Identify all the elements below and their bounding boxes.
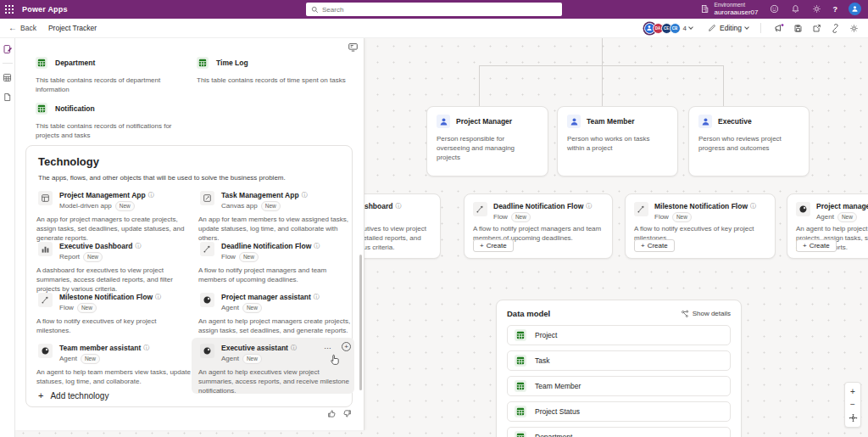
waffle-icon[interactable]	[0, 0, 19, 19]
tech-card-name: Project manager assistant	[816, 202, 868, 210]
table-item[interactable]: Time Log This table contains records of …	[197, 57, 353, 86]
create-button[interactable]: +Create	[634, 239, 675, 252]
technology-item-type: Canvas app	[221, 202, 258, 210]
table-item[interactable]: Notification This table contains records…	[36, 103, 192, 141]
data-model-table-row[interactable]: Department	[507, 427, 731, 437]
info-icon[interactable]: ⓘ	[314, 293, 320, 301]
tech-card-type: Flow	[493, 213, 508, 221]
info-icon[interactable]: ⓘ	[314, 242, 320, 250]
environment-icon	[700, 4, 709, 14]
canvas-app-icon	[200, 191, 214, 205]
link-icon[interactable]	[829, 22, 841, 34]
avatar[interactable]: CB	[670, 23, 681, 34]
create-button[interactable]: +Create	[796, 239, 837, 252]
like-icon[interactable]	[327, 409, 337, 418]
table-name: Notification	[55, 104, 95, 113]
tech-card[interactable]: Milestone Notification Flowⓘ FlowNew A f…	[625, 193, 776, 259]
environment-switcher[interactable]: Environment auroraauser07	[700, 2, 758, 16]
notifications-icon[interactable]	[791, 4, 801, 14]
technology-item[interactable]: Executive assistantⓘ AgentNew An agent t…	[198, 343, 353, 392]
info-icon[interactable]: ⓘ	[750, 202, 756, 210]
role-name: Team Member	[587, 117, 635, 126]
account-icon[interactable]	[849, 3, 861, 15]
technology-item[interactable]: Project manager assistantⓘ AgentNew An a…	[198, 292, 353, 341]
info-icon[interactable]: ⓘ	[155, 293, 161, 301]
technology-item[interactable]: Milestone Notification Flowⓘ FlowNew A f…	[36, 292, 191, 341]
agent-icon	[200, 293, 214, 307]
app-name[interactable]: Power Apps	[22, 5, 68, 14]
editing-mode-dropdown[interactable]: Editing	[708, 24, 748, 32]
search-input[interactable]	[322, 6, 557, 14]
add-technology-button[interactable]: + Add technology	[38, 390, 108, 401]
info-icon[interactable]: ⓘ	[135, 242, 141, 250]
technology-item-type: Agent	[59, 355, 77, 362]
tech-card-type: Agent	[816, 213, 834, 221]
tech-card-name: Milestone Notification Flow	[654, 202, 748, 210]
agent-icon	[796, 202, 810, 216]
model-app-icon	[38, 191, 53, 205]
tech-card[interactable]: Project manager assistantⓘ AgentNew An a…	[787, 193, 868, 259]
technology-subtitle: The apps, flows, and other objects that …	[38, 174, 342, 182]
technology-item[interactable]: Executive Dashboardⓘ ReportNew A dashboa…	[36, 241, 191, 290]
technology-item[interactable]: Deadline Notification Flowⓘ FlowNew A fl…	[198, 241, 353, 290]
info-icon[interactable]: ⓘ	[143, 344, 149, 352]
show-details-button[interactable]: Show details	[681, 310, 731, 318]
table-icon	[197, 57, 209, 69]
new-badge: New	[837, 212, 857, 222]
role-card[interactable]: Executive Person who reviews project pro…	[688, 106, 810, 176]
app-checker-icon[interactable]	[848, 22, 860, 34]
technology-item-description: A dashboard for executives to view proje…	[36, 266, 191, 294]
plan-icon[interactable]	[2, 43, 14, 55]
create-button[interactable]: +Create	[473, 239, 514, 252]
data-model-table-row[interactable]: Project Status	[507, 401, 731, 422]
search-box[interactable]	[306, 3, 562, 16]
panel-scrollbar[interactable]	[359, 255, 362, 390]
zoom-out-icon[interactable]: −	[850, 401, 855, 409]
tables-icon[interactable]	[2, 71, 14, 83]
info-icon[interactable]: ⓘ	[291, 344, 297, 352]
present-icon[interactable]	[348, 42, 359, 53]
technology-section: Technology The apps, flows, and other ob…	[25, 145, 353, 407]
table-item[interactable]: Department This table contains records o…	[36, 57, 192, 95]
help-icon[interactable]: ?	[833, 5, 838, 14]
info-icon[interactable]: ⓘ	[395, 202, 401, 210]
role-description: Person who works on tasks within a proje…	[567, 134, 668, 153]
info-icon[interactable]: ⓘ	[302, 191, 308, 199]
comments-badge-icon[interactable]	[773, 22, 785, 34]
share-icon[interactable]	[810, 22, 822, 34]
data-model-table-row[interactable]: Team Member	[507, 376, 731, 396]
save-icon[interactable]	[792, 22, 804, 34]
chevron-down-icon	[744, 25, 749, 30]
feedback-controls	[327, 409, 352, 418]
technology-item-type: Model-driven app	[59, 202, 112, 210]
technology-item[interactable]: Task Management Appⓘ Canvas appNew An ap…	[198, 190, 353, 239]
more-icon[interactable]: …	[324, 342, 332, 350]
technology-item-type: Flow	[59, 304, 74, 311]
settings-icon[interactable]	[812, 4, 822, 14]
fit-view-icon[interactable]	[849, 413, 858, 423]
info-icon[interactable]: ⓘ	[148, 191, 154, 199]
role-card[interactable]: Project Manager Person responsible for o…	[426, 106, 548, 176]
open-icon[interactable]: +	[342, 342, 351, 351]
tech-card[interactable]: Deadline Notification Flowⓘ FlowNew A fl…	[464, 193, 613, 259]
new-badge: New	[672, 212, 692, 222]
data-model-table-row[interactable]: Project	[507, 325, 731, 345]
dislike-icon[interactable]	[342, 409, 352, 418]
pages-icon[interactable]	[2, 91, 14, 103]
left-rail	[0, 38, 15, 437]
presence-avatars[interactable]: DA CE CB 4	[644, 23, 693, 34]
technology-item[interactable]: Team member assistantⓘ AgentNew An agent…	[36, 343, 191, 392]
table-icon	[515, 431, 526, 437]
role-name: Executive	[718, 117, 752, 126]
environment-name: auroraauser07	[714, 8, 758, 17]
new-badge: New	[83, 252, 103, 262]
zoom-in-icon[interactable]: +	[850, 388, 855, 396]
back-button[interactable]: ← Back	[8, 24, 36, 32]
technology-item[interactable]: Project Management Appⓘ Model-driven app…	[36, 190, 191, 239]
role-card[interactable]: Team Member Person who works on tasks wi…	[557, 106, 678, 176]
technology-item-description: An app for project managers to create pr…	[36, 216, 191, 243]
feedback-icon[interactable]	[770, 4, 780, 14]
data-model-table-row[interactable]: Task	[507, 350, 731, 371]
table-name: Project	[535, 331, 557, 339]
info-icon[interactable]: ⓘ	[586, 202, 592, 210]
